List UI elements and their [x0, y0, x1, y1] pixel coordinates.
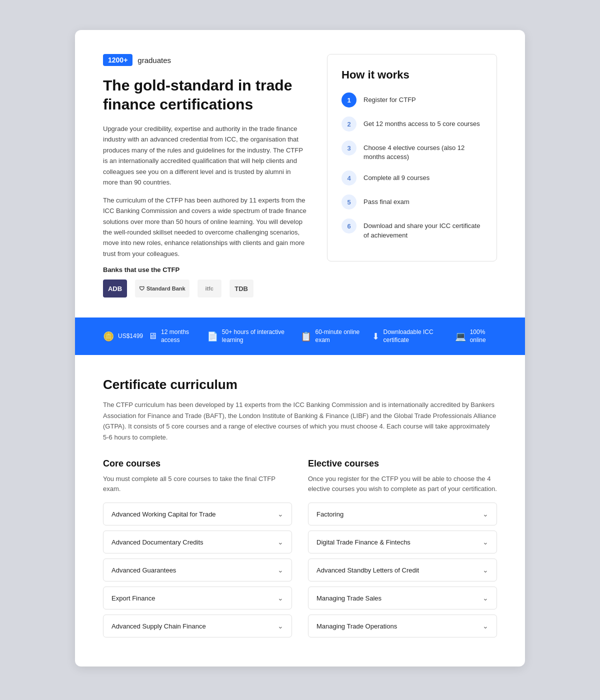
core-course-4-text: Export Finance	[112, 594, 155, 602]
core-course-1-text: Advanced Working Capital for Trade	[112, 510, 216, 518]
step-num-1: 1	[342, 92, 356, 108]
left-column: 1200+ graduates The gold-standard in tra…	[103, 54, 307, 298]
step-num-5: 5	[342, 194, 356, 210]
chevron-down-icon: ⌄	[482, 622, 488, 630]
banner-certificate: ⬇ Downloadable ICC certificate	[372, 328, 450, 344]
banner-hours: 📄 50+ hours of interactive learning	[207, 328, 296, 344]
step-2: 2 Get 12 months access to 5 core courses	[342, 116, 482, 132]
core-course-5-text: Advanced Supply Chain Finance	[112, 622, 206, 630]
step-3: 3 Choose 4 elective courses (also 12 mon…	[342, 140, 482, 162]
elective-courses-title: Elective courses	[308, 458, 497, 469]
exam-icon: 📋	[300, 331, 312, 342]
elective-course-2[interactable]: Digital Trade Finance & Fintechs ⌄	[308, 530, 497, 554]
price-text: US$1499	[118, 332, 143, 340]
core-courses-desc: You must complete all 5 core courses to …	[103, 474, 292, 494]
banks-logos: ADB 🛡 Standard Bank itfc TDB	[103, 280, 307, 298]
step-num-4: 4	[342, 170, 356, 186]
graduates-label: graduates	[138, 56, 171, 64]
core-course-5[interactable]: Advanced Supply Chain Finance ⌄	[103, 614, 292, 638]
online-text: 100% online	[470, 328, 497, 344]
elective-course-5[interactable]: Managing Trade Operations ⌄	[308, 614, 497, 638]
core-course-2-text: Advanced Documentary Credits	[112, 538, 204, 546]
chevron-down-icon: ⌄	[278, 594, 284, 602]
elective-courses-desc: Once you register for the CTFP you will …	[308, 474, 497, 494]
courses-grid: Core courses You must complete all 5 cor…	[103, 458, 497, 642]
banner-access: 🖥 12 months access	[148, 328, 202, 344]
chevron-down-icon: ⌄	[278, 622, 284, 630]
standard-bank-logo: 🛡 Standard Bank	[135, 280, 190, 298]
page-container: 1200+ graduates The gold-standard in tra…	[75, 30, 525, 666]
chevron-down-icon: ⌄	[482, 594, 488, 602]
banner-exam: 📋 60-minute online exam	[300, 328, 367, 344]
elective-courses-column: Elective courses Once you register for t…	[308, 458, 497, 642]
tdb-logo: TDB	[230, 280, 254, 298]
step-text-1: Register for CTFP	[364, 92, 416, 104]
download-icon: ⬇	[372, 331, 380, 342]
core-course-3-text: Advanced Guarantees	[112, 566, 176, 574]
online-icon: 💻	[455, 331, 466, 342]
elective-course-4[interactable]: Managing Trade Sales ⌄	[308, 586, 497, 610]
standard-bank-label: Standard Bank	[146, 286, 186, 292]
top-section: 1200+ graduates The gold-standard in tra…	[75, 30, 525, 318]
chevron-down-icon: ⌄	[278, 566, 284, 574]
step-1: 1 Register for CTFP	[342, 92, 482, 108]
elective-course-2-text: Digital Trade Finance & Fintechs	[316, 538, 410, 546]
core-course-3[interactable]: Advanced Guarantees ⌄	[103, 558, 292, 582]
core-course-1[interactable]: Advanced Working Capital for Trade ⌄	[103, 502, 292, 526]
description-2: The curriculum of the CTFP has been auth…	[103, 195, 307, 260]
step-text-6: Download and share your ICC certificate …	[364, 218, 482, 240]
curriculum-title: Certificate curriculum	[103, 377, 497, 392]
elective-course-3-text: Advanced Standby Letters of Credit	[316, 566, 419, 574]
step-6: 6 Download and share your ICC certificat…	[342, 218, 482, 240]
main-title: The gold-standard in trade finance certi…	[103, 76, 307, 114]
core-courses-column: Core courses You must complete all 5 cor…	[103, 458, 292, 642]
how-it-works-card: How it works 1 Register for CTFP 2 Get 1…	[327, 54, 497, 262]
step-num-6: 6	[342, 218, 356, 234]
hours-text: 50+ hours of interactive learning	[222, 328, 296, 344]
chevron-down-icon: ⌄	[482, 566, 488, 574]
exam-text: 60-minute online exam	[316, 328, 367, 344]
chevron-down-icon: ⌄	[482, 538, 488, 546]
step-text-3: Choose 4 elective courses (also 12 month…	[364, 140, 482, 162]
core-course-2[interactable]: Advanced Documentary Credits ⌄	[103, 530, 292, 554]
step-num-2: 2	[342, 116, 356, 132]
right-column: How it works 1 Register for CTFP 2 Get 1…	[327, 54, 497, 298]
step-list: 1 Register for CTFP 2 Get 12 months acce…	[342, 92, 482, 240]
price-icon: 🪙	[103, 331, 114, 342]
step-text-5: Pass final exam	[364, 194, 410, 206]
chevron-down-icon: ⌄	[482, 510, 488, 518]
graduate-count-badge: 1200+	[103, 54, 132, 66]
step-num-3: 3	[342, 140, 356, 156]
elective-course-5-text: Managing Trade Operations	[316, 622, 397, 630]
step-text-4: Complete all 9 courses	[364, 170, 430, 182]
features-banner: 🪙 US$1499 🖥 12 months access 📄 50+ hours…	[75, 318, 525, 355]
step-4: 4 Complete all 9 courses	[342, 170, 482, 186]
elective-course-4-text: Managing Trade Sales	[316, 594, 382, 602]
description-1: Upgrade your credibility, expertise and …	[103, 124, 307, 188]
badge-row: 1200+ graduates	[103, 54, 307, 66]
chevron-down-icon: ⌄	[278, 510, 284, 518]
curriculum-description: The CTFP curriculum has been developed b…	[103, 400, 497, 442]
elective-course-1-text: Factoring	[316, 510, 344, 518]
core-course-4[interactable]: Export Finance ⌄	[103, 586, 292, 610]
shield-icon: 🛡	[139, 286, 144, 292]
banner-online: 💻 100% online	[455, 328, 497, 344]
access-icon: 🖥	[148, 331, 157, 342]
adb-logo: ADB	[103, 280, 127, 298]
chevron-down-icon: ⌄	[278, 538, 284, 546]
curriculum-section: Certificate curriculum The CTFP curricul…	[75, 355, 525, 666]
access-text: 12 months access	[161, 328, 202, 344]
itfc-logo: itfc	[198, 280, 222, 298]
hours-icon: 📄	[207, 331, 218, 342]
step-text-2: Get 12 months access to 5 core courses	[364, 116, 480, 128]
banner-price: 🪙 US$1499	[103, 331, 143, 342]
certificate-text: Downloadable ICC certificate	[384, 328, 450, 344]
core-courses-title: Core courses	[103, 458, 292, 469]
step-5: 5 Pass final exam	[342, 194, 482, 210]
elective-course-1[interactable]: Factoring ⌄	[308, 502, 497, 526]
how-it-works-title: How it works	[342, 68, 482, 82]
banks-label: Banks that use the CTFP	[103, 266, 307, 274]
elective-course-3[interactable]: Advanced Standby Letters of Credit ⌄	[308, 558, 497, 582]
